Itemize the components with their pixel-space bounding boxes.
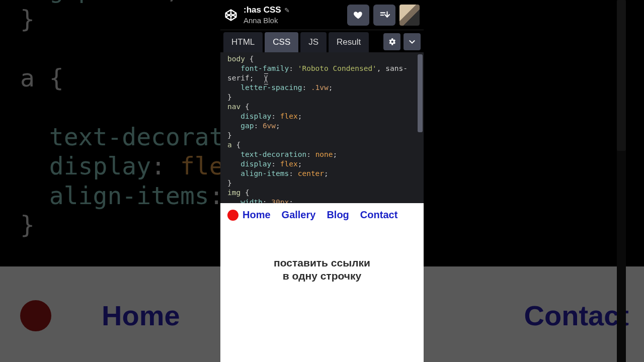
caption-text: поставить ссылки в одну строчку — [220, 256, 424, 283]
editor-tabs: HTML CSS JS Result — [220, 30, 424, 52]
tab-css[interactable]: CSS — [265, 32, 298, 52]
user-avatar[interactable] — [399, 5, 420, 26]
like-button[interactable] — [347, 5, 369, 26]
text-caret-icon — [264, 75, 268, 83]
nav-link-home[interactable]: Home — [227, 209, 271, 221]
editor-code: body { font-family: 'Roboto Condensed', … — [227, 54, 419, 203]
nav-link-gallery[interactable]: Gallery — [282, 209, 316, 221]
tab-result[interactable]: Result — [329, 32, 369, 52]
codepen-frame: :has CSS ✎ Anna Blok HTML CSS JS — [220, 0, 424, 362]
caption-line2: в одну строчку — [220, 269, 424, 283]
bg-scrollbar — [617, 0, 626, 362]
pen-title[interactable]: :has CSS — [244, 5, 281, 15]
bg-scrollbar-thumb — [617, 0, 626, 151]
bg-nav-dot — [20, 300, 51, 331]
nav-dot-icon — [227, 210, 238, 221]
codepen-logo-icon[interactable] — [223, 8, 238, 23]
result-nav: Home Gallery Blog Contact — [220, 203, 424, 221]
codepen-header: :has CSS ✎ Anna Blok — [220, 0, 424, 30]
tab-html[interactable]: HTML — [223, 32, 263, 52]
edit-title-icon[interactable]: ✎ — [284, 7, 290, 14]
pen-author[interactable]: Anna Blok — [244, 16, 342, 25]
nav-link-contact[interactable]: Contact — [360, 209, 397, 221]
caption-line1: поставить ссылки — [220, 256, 424, 269]
bg-code-left: gap: 6vw; } a { text-decorati display: f… — [0, 0, 231, 272]
editor-scrollbar-thumb[interactable] — [418, 54, 423, 132]
bg-nav-contact: Contact — [524, 299, 629, 332]
tab-js[interactable]: JS — [300, 32, 327, 52]
fork-button[interactable] — [373, 5, 395, 26]
bg-nav-home: Home — [102, 299, 180, 332]
nav-link-blog[interactable]: Blog — [327, 209, 349, 221]
collapse-button[interactable] — [404, 33, 421, 50]
css-editor[interactable]: body { font-family: 'Roboto Condensed', … — [220, 52, 424, 203]
result-preview: Home Gallery Blog Contact поставить ссыл… — [220, 203, 424, 362]
settings-button[interactable] — [383, 33, 400, 50]
